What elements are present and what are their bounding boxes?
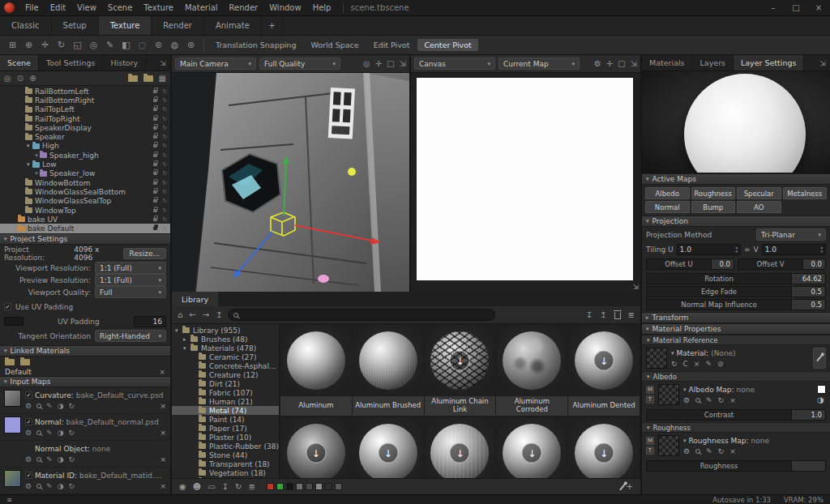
search-icon[interactable]	[695, 449, 700, 454]
scene-tree-item[interactable]: bake UV ↻	[0, 215, 170, 224]
dot-icon[interactable]: ⊙	[17, 74, 24, 83]
gear-icon[interactable]: ⚙	[25, 482, 32, 490]
material-tile[interactable]: ↓	[568, 417, 640, 478]
library-category[interactable]: ▾ Materials (478)	[172, 344, 279, 352]
expand-caret[interactable]: +	[34, 152, 40, 159]
offset-v-slider[interactable]: Offset V 0.0	[738, 258, 826, 270]
popout-icon[interactable]: ⇲	[815, 55, 830, 70]
material-tile[interactable]: ↓ Aluminum Corroded	[496, 325, 567, 416]
material-tile[interactable]: ↓	[496, 417, 567, 478]
expand-icon[interactable]: ⇲	[400, 59, 406, 68]
search-icon[interactable]	[36, 484, 41, 489]
scene-tree-item[interactable]: ▾ High ↻	[0, 142, 170, 151]
menu-item[interactable]: Window	[263, 0, 306, 15]
list-icon[interactable]: ≣	[248, 482, 255, 491]
tool-icon[interactable]: ⊞	[5, 38, 20, 53]
input-map-item[interactable]: ✓ Normal: bake_Default_normal.psd ⚙ ✎ ◑ …	[0, 414, 170, 441]
pan-icon[interactable]: ✛	[375, 59, 382, 68]
map-toggle-button[interactable]: Normal	[645, 201, 690, 213]
sync-icon[interactable]: ↻	[162, 161, 167, 168]
map-thumbnail[interactable]	[4, 470, 21, 487]
scene-tree-item[interactable]: RailBottomLeft ↻	[0, 87, 170, 96]
tool-icon[interactable]: ◧	[118, 38, 134, 53]
library-category[interactable]: Plastic-Rubber (38)	[172, 442, 279, 451]
uv-padding-input[interactable]: 16	[134, 316, 166, 327]
library-category[interactable]: Stone (44)	[172, 451, 279, 459]
target-icon[interactable]: ◎	[363, 59, 370, 68]
search-icon[interactable]	[36, 457, 41, 462]
workspace-tab[interactable]: Render	[152, 16, 204, 35]
quality-dropdown[interactable]: Full Quality ▾	[259, 58, 340, 70]
refresh-icon[interactable]: ↻	[68, 482, 75, 490]
section-material-properties[interactable]: ▾ Material Properties	[642, 323, 830, 335]
expand-caret[interactable]: ▸	[183, 336, 188, 343]
map-toggle-button[interactable]: Metalness	[783, 187, 828, 199]
refresh-icon[interactable]: ↻	[68, 455, 75, 463]
settings-dropdown[interactable]: 1:1 (Full) ▾	[95, 274, 166, 286]
library-category[interactable]: Metal (74)	[172, 406, 279, 415]
current-map-dropdown[interactable]: Current Map ▾	[498, 58, 580, 70]
tool-icon[interactable]: ⊛	[183, 38, 199, 53]
trash-icon[interactable]	[614, 312, 621, 319]
lock-icon[interactable]	[153, 154, 157, 157]
search-input[interactable]	[242, 311, 490, 319]
expand-caret[interactable]: +	[34, 170, 40, 177]
pen-icon[interactable]: ✎	[46, 455, 53, 463]
color-swatch[interactable]	[276, 483, 284, 490]
search-icon[interactable]	[36, 430, 41, 435]
clear-icon[interactable]: ×	[729, 396, 736, 404]
sync-icon[interactable]: ↻	[162, 180, 167, 186]
library-category[interactable]: Human (21)	[172, 397, 279, 406]
material-tile[interactable]: ↓ Aluminum Dented	[568, 325, 640, 416]
menu-item[interactable]: Render	[224, 0, 264, 15]
panel-tab[interactable]: Materials	[642, 55, 693, 70]
section-linked-materials[interactable]: ▾ Linked Materials	[0, 345, 170, 357]
pen-icon[interactable]: ✎	[706, 447, 712, 455]
input-map-item[interactable]: ✓ Normal Object: none ⚙ ✎ ◑ ↻ ×	[0, 441, 170, 468]
menu-item[interactable]: View	[71, 0, 102, 15]
scene-tree-item[interactable]: + Speaker_high ↻	[0, 151, 170, 160]
library-category[interactable]: Concrete-Asphalt (17)	[172, 361, 279, 370]
add-folder-icon[interactable]	[20, 359, 30, 365]
material-tile[interactable]: ↓ Aluminum	[280, 325, 352, 416]
menu-item[interactable]: File	[19, 0, 45, 15]
display-icon[interactable]: ▭	[208, 482, 215, 491]
roughness-slider[interactable]: Roughness	[646, 460, 826, 472]
library-category[interactable]: Ceramic (27)	[172, 352, 279, 361]
refresh-icon[interactable]: ↻	[68, 429, 75, 437]
toolbar-toggle[interactable]: Center Pivot	[417, 39, 477, 51]
menu-item[interactable]: Scene	[102, 0, 139, 15]
scene-tree-item[interactable]: WindowGlassSealTop ↻	[0, 197, 170, 206]
section-input-maps[interactable]: ▾ Input Maps	[0, 376, 170, 387]
search-icon[interactable]	[695, 398, 700, 403]
use-uv-padding-checkbox[interactable]: ✓	[4, 303, 11, 310]
toolbar-toggle[interactable]: Edit Pivot	[367, 39, 417, 51]
menu-item[interactable]: Help	[307, 0, 337, 15]
gear-icon[interactable]: ⚙	[683, 396, 690, 404]
library-category[interactable]: ▸ Brushes (48)	[172, 335, 279, 344]
link-icon[interactable]: ∞	[744, 246, 751, 254]
frame-icon[interactable]: □	[618, 59, 625, 68]
folder-icon[interactable]	[5, 359, 15, 365]
texture-toggle[interactable]: T	[646, 395, 654, 404]
texture-canvas[interactable]	[417, 78, 633, 280]
new-folder-icon[interactable]	[128, 75, 138, 82]
library-category[interactable]: ▾ Library (955)	[172, 326, 279, 335]
panel-tab[interactable]: Scene	[0, 55, 39, 70]
menu-item[interactable]: Material	[179, 0, 224, 15]
lock-icon[interactable]	[153, 163, 157, 166]
scene-tree-item[interactable]: WindowBottom ↻	[0, 178, 170, 187]
library-category[interactable]: Creature (12)	[172, 370, 279, 379]
map-toggle-button[interactable]: Specular	[737, 187, 781, 199]
material-reference-thumbnail[interactable]	[646, 348, 667, 369]
panel-tab[interactable]: Layer Settings	[734, 55, 804, 70]
settings-dropdown[interactable]: Full ▾	[95, 286, 166, 298]
sync-icon[interactable]: ↻	[162, 216, 167, 223]
lock-icon[interactable]	[153, 126, 157, 130]
map-toggle-button[interactable]: Albedo	[645, 187, 690, 199]
pen-icon[interactable]: ✎	[46, 402, 53, 410]
expand-caret[interactable]: ▾	[27, 161, 32, 168]
projection-method-dropdown[interactable]: Tri-Planar ▾	[756, 229, 826, 241]
stepper-icon[interactable]: ▴▾	[735, 246, 738, 254]
sync-icon[interactable]: ↻	[162, 125, 167, 131]
